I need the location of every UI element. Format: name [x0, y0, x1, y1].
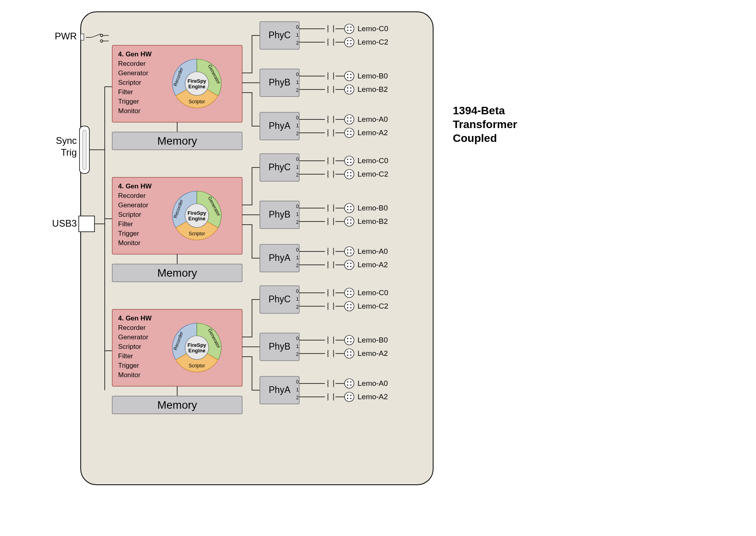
svg-text:Monitor: Monitor: [118, 239, 141, 247]
svg-text:Generator: Generator: [118, 69, 148, 77]
svg-text:Engine: Engine: [188, 216, 205, 221]
svg-text:2: 2: [296, 220, 299, 225]
title-line-2: Transformer: [453, 118, 517, 130]
svg-text:Memory: Memory: [157, 399, 197, 411]
svg-text:FireSpy: FireSpy: [187, 342, 206, 348]
svg-text:4. Gen HW: 4. Gen HW: [118, 182, 152, 190]
svg-text:PhyA: PhyA: [269, 253, 291, 263]
svg-text:Filter: Filter: [118, 220, 133, 228]
pwr-port: [81, 34, 84, 40]
memory-label: Memory: [157, 135, 197, 147]
svg-text:2: 2: [296, 87, 299, 93]
svg-text:Scriptor: Scriptor: [118, 343, 141, 350]
svg-text:Scriptor: Scriptor: [189, 231, 205, 236]
svg-text:Lemo-A0: Lemo-A0: [358, 247, 388, 255]
svg-text:Lemo-C2: Lemo-C2: [358, 302, 388, 310]
svg-text:Lemo-A0: Lemo-A0: [358, 115, 388, 123]
svg-text:PhyC: PhyC: [269, 162, 291, 172]
svg-text:PhyB: PhyB: [269, 341, 291, 352]
donut-icon: FireSpy Engine Recorder Generator Script…: [172, 59, 222, 108]
svg-text:0: 0: [296, 156, 299, 162]
svg-text:Monitor: Monitor: [118, 107, 141, 115]
pwr-label: PWR: [55, 31, 77, 41]
svg-text:Memory: Memory: [157, 267, 197, 279]
svg-text:2: 2: [296, 352, 299, 357]
svg-text:2: 2: [296, 395, 299, 400]
svg-text:Lemo-B2: Lemo-B2: [358, 85, 388, 93]
svg-text:PhyC: PhyC: [269, 294, 291, 304]
svg-text:Filter: Filter: [118, 88, 133, 96]
svg-text:1: 1: [296, 32, 299, 38]
svg-text:Scriptor: Scriptor: [189, 99, 205, 104]
svg-text:1: 1: [296, 344, 299, 349]
svg-text:Lemo-B2: Lemo-B2: [358, 217, 388, 225]
svg-text:2: 2: [296, 172, 299, 178]
svg-text:PhyA: PhyA: [269, 385, 291, 395]
svg-text:1: 1: [296, 164, 299, 170]
sync-trig-inner: [83, 130, 86, 169]
trig-label: Trig: [61, 147, 77, 158]
svg-text:Filter: Filter: [118, 352, 133, 360]
svg-text:Lemo-B0: Lemo-B0: [358, 336, 388, 344]
svg-text:0: 0: [296, 336, 299, 341]
svg-text:0: 0: [296, 288, 299, 294]
diagram-svg: PWR Sync Trig USB3 4. Gen HW Recorder Ge…: [0, 0, 756, 536]
usb3-label: USB3: [52, 218, 77, 229]
svg-text:Generator: Generator: [118, 201, 148, 209]
svg-text:Lemo-A2: Lemo-A2: [358, 393, 388, 401]
title-line-1: 1394-Beta: [453, 104, 505, 117]
svg-text:Lemo-B0: Lemo-B0: [358, 72, 388, 80]
svg-text:2: 2: [296, 304, 299, 310]
svg-text:Lemo-B0: Lemo-B0: [358, 204, 388, 212]
sync-label: Sync: [56, 135, 77, 146]
svg-text:Engine: Engine: [188, 348, 205, 354]
svg-text:Lemo-C0: Lemo-C0: [358, 156, 388, 165]
svg-text:PhyC: PhyC: [269, 30, 291, 40]
svg-text:0: 0: [296, 204, 299, 209]
svg-text:Scriptor: Scriptor: [189, 363, 205, 368]
svg-text:0: 0: [296, 24, 299, 30]
svg-text:Lemo-C2: Lemo-C2: [358, 38, 388, 46]
svg-text:Lemo-C0: Lemo-C0: [358, 288, 388, 297]
svg-text:1: 1: [296, 387, 299, 393]
svg-text:Scriptor: Scriptor: [118, 79, 141, 86]
svg-text:1: 1: [296, 212, 299, 217]
svg-text:PhyB: PhyB: [269, 77, 291, 87]
svg-text:2: 2: [296, 263, 299, 268]
svg-text:Generator: Generator: [118, 333, 148, 341]
svg-text:Lemo-C0: Lemo-C0: [358, 24, 388, 33]
usb3-connector-icon: [79, 216, 94, 232]
svg-text:Recorder: Recorder: [118, 324, 146, 331]
svg-text:Lemo-A2: Lemo-A2: [358, 349, 388, 357]
svg-text:4. Gen HW: 4. Gen HW: [118, 315, 152, 322]
svg-text:1: 1: [296, 123, 299, 128]
svg-text:1: 1: [296, 80, 299, 85]
svg-text:FireSpy: FireSpy: [187, 78, 206, 84]
svg-text:0: 0: [296, 72, 299, 77]
svg-text:Trigger: Trigger: [118, 98, 139, 105]
svg-text:FireSpy: FireSpy: [187, 210, 206, 216]
svg-text:0: 0: [296, 115, 299, 121]
svg-text:Lemo-C2: Lemo-C2: [358, 170, 388, 178]
svg-text:2: 2: [296, 40, 299, 46]
svg-text:1: 1: [296, 296, 299, 302]
svg-text:PhyA: PhyA: [269, 121, 291, 131]
svg-text:0: 0: [296, 379, 299, 385]
svg-text:PhyB: PhyB: [269, 209, 291, 220]
svg-text:2: 2: [296, 131, 299, 136]
svg-text:Trigger: Trigger: [118, 362, 139, 369]
svg-text:Monitor: Monitor: [118, 371, 141, 379]
svg-text:Lemo-A2: Lemo-A2: [358, 128, 388, 137]
svg-text:Lemo-A0: Lemo-A0: [358, 379, 388, 387]
svg-text:Recorder: Recorder: [118, 60, 146, 67]
svg-text:Scriptor: Scriptor: [118, 211, 141, 218]
svg-text:Engine: Engine: [188, 84, 205, 89]
engine1-title: 4. Gen HW: [118, 50, 152, 58]
svg-text:0: 0: [296, 247, 299, 253]
svg-text:Recorder: Recorder: [118, 192, 146, 199]
title-line-3: Coupled: [453, 132, 497, 144]
svg-text:Trigger: Trigger: [118, 230, 139, 237]
svg-text:1: 1: [296, 255, 299, 261]
svg-text:Lemo-A2: Lemo-A2: [358, 261, 388, 269]
